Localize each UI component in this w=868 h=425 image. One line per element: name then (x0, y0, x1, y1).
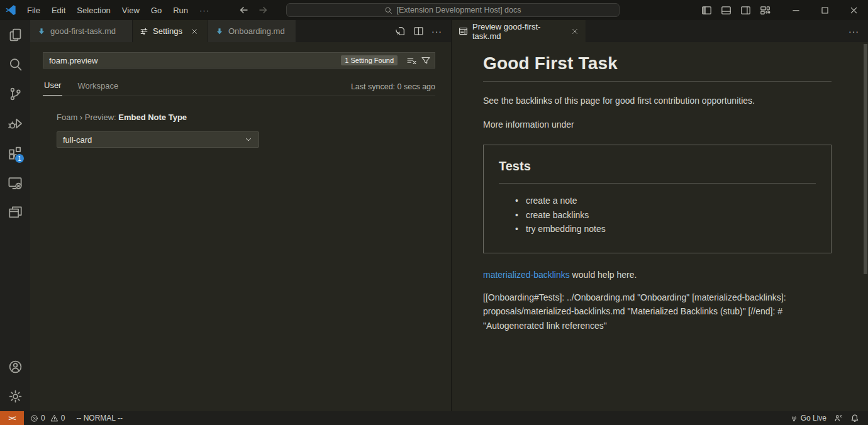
card-bullet-list: create a note create backlinks try embed… (499, 194, 816, 236)
preview-heading: Good First Task (483, 53, 832, 82)
activity-bar: 1 (0, 20, 30, 411)
explorer-icon[interactable] (0, 20, 30, 50)
embed-note-type-dropdown[interactable]: full-card (57, 131, 259, 148)
vim-mode-indicator[interactable]: -- NORMAL -- (72, 411, 126, 425)
link-references-text: [[Onboarding#Tests]: ../Onboarding.md "O… (483, 290, 832, 333)
settings-editor: 1 Setting Found User Workspace Last sync… (30, 42, 451, 411)
list-item: try embedding notes (515, 222, 816, 236)
multiple-windows-icon[interactable] (0, 197, 30, 227)
customize-layout-icon[interactable] (757, 3, 772, 18)
toggle-panel-icon[interactable] (718, 3, 733, 18)
embedded-note-card: Tests create a note create backlinks try… (483, 145, 832, 253)
run-debug-icon[interactable] (0, 109, 30, 138)
link-paragraph: materialized-backlinks would help here. (483, 270, 832, 280)
vscode-logo-icon (0, 4, 21, 16)
split-editor-icon[interactable] (413, 26, 424, 36)
tab-label: Preview good-first-task.md (472, 22, 563, 41)
tab-bar-right: Preview good-first-task.md ··· (452, 20, 868, 42)
editor-group-left: good-first-task.md Settings Onboarding.m… (30, 20, 451, 411)
list-item: create backlinks (515, 208, 816, 223)
setting-category: Foam › Preview: (57, 113, 118, 122)
markdown-preview: Good First Task See the backlinks of thi… (452, 42, 868, 411)
go-live-label: Go Live (801, 414, 826, 422)
menu-go[interactable]: Go (145, 0, 167, 20)
command-center[interactable]: [Extension Development Host] docs (286, 3, 620, 17)
menu-more-button[interactable]: ··· (194, 6, 215, 15)
materialized-backlinks-link[interactable]: materialized-backlinks (483, 270, 570, 280)
go-back-icon[interactable] (239, 5, 249, 15)
broadcast-icon (790, 414, 798, 422)
menu-selection[interactable]: Selection (71, 0, 116, 20)
tab-label: Settings (153, 26, 182, 36)
setting-embed-note-type: Foam › Preview: Embed Note Type full-car… (57, 113, 259, 148)
card-heading: Tests (499, 159, 816, 184)
markdown-file-icon (215, 27, 224, 36)
command-center-label: [Extension Development Host] docs (396, 6, 521, 14)
open-settings-json-icon[interactable] (395, 26, 406, 36)
close-tab-icon[interactable] (571, 28, 579, 35)
settings-results-badge: 1 Setting Found (341, 55, 398, 65)
scope-tab-workspace[interactable]: Workspace (76, 78, 120, 96)
scope-tab-user[interactable]: User (43, 77, 62, 96)
preview-paragraph: See the backlinks of this page for good … (483, 96, 832, 106)
setting-name: Embed Note Type (118, 113, 187, 122)
menu-edit[interactable]: Edit (46, 0, 71, 20)
extensions-badge: 1 (14, 153, 25, 163)
preview-paragraph: More information under (483, 119, 832, 130)
tab-settings[interactable]: Settings (133, 20, 208, 42)
feedback-button[interactable] (830, 411, 847, 425)
menu-run[interactable]: Run (167, 0, 194, 20)
title-bar: File Edit Selection View Go Run ··· [Ext… (0, 0, 868, 20)
search-view-icon[interactable] (0, 50, 30, 79)
editor-group-right: Preview good-first-task.md ··· Good Firs… (451, 20, 868, 411)
tab-label: Onboarding.md (228, 26, 285, 36)
markdown-file-icon (37, 27, 46, 36)
tab-bar-left: good-first-task.md Settings Onboarding.m… (30, 20, 451, 42)
menu-view[interactable]: View (116, 0, 145, 20)
settings-scope-tabs: User Workspace Last synced: 0 secs ago (43, 77, 435, 96)
filter-settings-icon[interactable] (421, 55, 431, 65)
feedback-icon (834, 414, 843, 422)
go-live-button[interactable]: Go Live (786, 411, 830, 425)
remote-indicator-button[interactable]: >< (0, 411, 24, 425)
warning-count: 0 (61, 414, 65, 422)
accounts-icon[interactable] (0, 352, 30, 382)
preview-scrollbar[interactable] (864, 44, 867, 274)
warning-icon (50, 414, 58, 422)
last-synced-label: Last synced: 0 secs ago (351, 82, 435, 91)
close-window-button[interactable] (839, 0, 868, 20)
setting-title: Foam › Preview: Embed Note Type (57, 113, 259, 122)
settings-search-input[interactable] (49, 56, 341, 65)
more-actions-icon[interactable]: ··· (431, 26, 442, 36)
clear-search-results-icon[interactable] (406, 55, 417, 66)
source-control-icon[interactable] (0, 79, 30, 109)
notifications-button[interactable] (847, 411, 863, 425)
tab-label: good-first-task.md (50, 26, 116, 36)
error-count: 0 (41, 414, 45, 422)
list-item: create a note (515, 194, 816, 208)
more-actions-icon[interactable]: ··· (849, 26, 859, 36)
error-icon (30, 414, 38, 422)
maximize-button[interactable] (810, 0, 839, 20)
toggle-secondary-sidebar-icon[interactable] (738, 3, 753, 18)
tab-good-first-task[interactable]: good-first-task.md (30, 20, 133, 42)
dropdown-value: full-card (63, 135, 92, 145)
tab-preview-good-first-task[interactable]: Preview good-first-task.md (452, 20, 586, 42)
settings-gear-icon[interactable] (0, 382, 30, 411)
go-forward-icon (258, 5, 268, 15)
chevron-down-icon (244, 135, 253, 144)
close-tab-icon[interactable] (191, 28, 198, 35)
problems-status[interactable]: 0 0 (26, 411, 69, 425)
link-tail-text: would help here. (570, 270, 637, 280)
search-icon (384, 6, 392, 14)
remote-explorer-icon[interactable] (0, 168, 30, 197)
minimize-button[interactable] (781, 0, 810, 20)
menu-file[interactable]: File (21, 0, 46, 20)
open-preview-icon (459, 26, 468, 36)
toggle-primary-sidebar-icon[interactable] (699, 3, 714, 18)
settings-search-box[interactable]: 1 Setting Found (43, 52, 435, 69)
extensions-icon[interactable]: 1 (0, 138, 30, 168)
status-bar: >< 0 0 -- NORMAL -- Go Live (0, 411, 868, 425)
tab-onboarding[interactable]: Onboarding.md (208, 20, 296, 42)
bell-icon (850, 414, 859, 422)
